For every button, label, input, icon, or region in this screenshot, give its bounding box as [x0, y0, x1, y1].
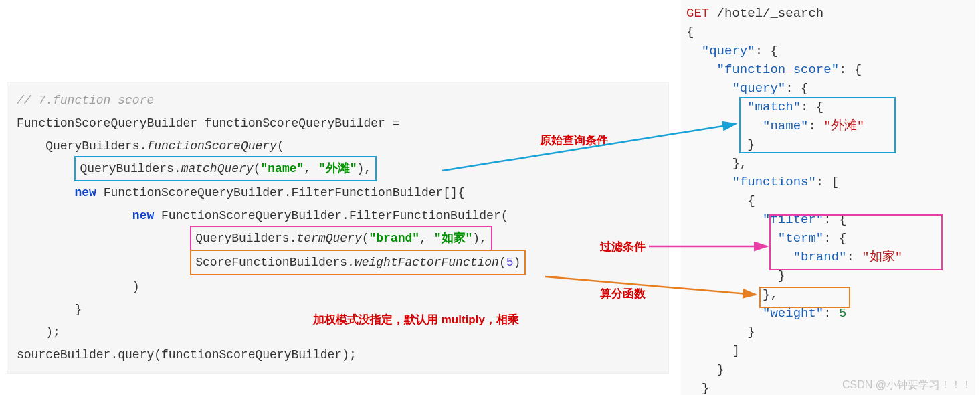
annotation-score-function: 算分函数	[600, 286, 646, 301]
json-line: GET /hotel/_search	[686, 4, 970, 23]
json-request-panel: GET /hotel/_search { "query": { "functio…	[681, 0, 975, 395]
json-line: }	[686, 360, 970, 379]
match-query-box: QueryBuilders.matchQuery("name", "外滩"),	[74, 156, 377, 181]
annotation-original-query: 原始查询条件	[540, 133, 608, 148]
watermark: CSDN @小钟要学习！！！	[842, 378, 972, 392]
annotation-boost-mode: 加权模式没指定，默认用 multiply，相乘	[313, 312, 519, 327]
json-line: ]	[686, 341, 970, 360]
json-line: "query": {	[686, 79, 970, 98]
json-line: "function_score": {	[686, 60, 970, 79]
json-line: "functions": [	[686, 173, 970, 191]
code-line: ScoreFunctionBuilders.weightFactorFuncti…	[17, 251, 662, 275]
annotation-filter: 过滤条件	[600, 239, 646, 254]
java-code-panel: // 7.function score FunctionScoreQueryBu…	[7, 82, 669, 374]
code-line: FunctionScoreQueryBuilder functionScoreQ…	[17, 112, 662, 135]
code-comment: // 7.function score	[17, 94, 154, 107]
code-line: new FunctionScoreQueryBuilder.FilterFunc…	[17, 204, 662, 227]
json-match-box	[739, 97, 896, 153]
code-line: QueryBuilders.termQuery("brand", "如家"),	[17, 227, 662, 251]
code-line: QueryBuilders.matchQuery("name", "外滩"),	[17, 157, 662, 181]
json-line: },	[686, 154, 970, 173]
json-line: {	[686, 191, 970, 210]
json-line: "query": {	[686, 42, 970, 60]
json-line: }	[686, 323, 970, 341]
code-line: new FunctionScoreQueryBuilder.FilterFunc…	[17, 181, 662, 204]
json-line: {	[686, 23, 970, 42]
code-line: sourceBuilder.query(functionScoreQueryBu…	[17, 343, 662, 366]
json-term-box	[769, 214, 943, 270]
term-query-box: QueryBuilders.termQuery("brand", "如家"),	[190, 226, 492, 251]
json-weight-box	[759, 287, 850, 308]
weight-factor-box: ScoreFunctionBuilders.weightFactorFuncti…	[190, 250, 526, 275]
code-line: )	[17, 275, 662, 298]
